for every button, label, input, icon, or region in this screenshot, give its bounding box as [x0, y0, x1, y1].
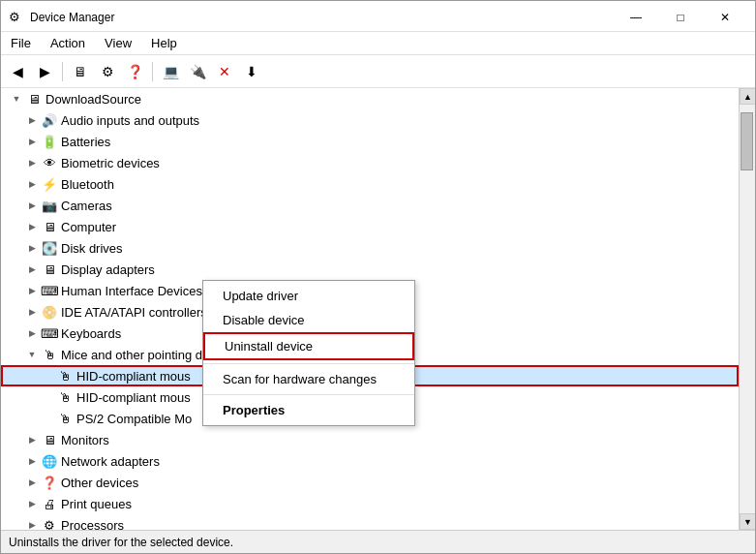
toolbar-remove[interactable]: ✕ [212, 59, 237, 84]
ctx-sep1 [203, 363, 414, 364]
hid1-icon: 🖱 [57, 368, 73, 384]
other-icon: ❓ [42, 475, 57, 490]
expand-batteries[interactable]: ▶ [24, 134, 40, 149]
cameras-label: Cameras [61, 199, 112, 213]
scroll-thumb[interactable] [741, 112, 753, 170]
scroll-up-button[interactable]: ▲ [740, 88, 755, 105]
title-bar: ⚙ Device Manager — □ ✕ [1, 1, 755, 32]
minimize-button[interactable]: — [614, 5, 658, 30]
diskdrives-icon: 💽 [42, 240, 57, 256]
ctx-scan-hardware[interactable]: Scan for hardware changes [203, 367, 414, 391]
ctx-update-driver[interactable]: Update driver [203, 284, 414, 308]
ctx-uninstall-device[interactable]: Uninstall device [203, 332, 414, 360]
tree-item-diskdrives[interactable]: ▶ 💽 Disk drives [1, 237, 739, 259]
expand-network[interactable]: ▶ [24, 453, 40, 469]
tree-item-proc[interactable]: ▶ ⚙ Processors [1, 514, 739, 530]
ps2-label: PS/2 Compatible Mo [76, 412, 192, 426]
expand-ps2 [40, 411, 55, 426]
tree-item-other[interactable]: ▶ ❓ Other devices [1, 472, 739, 493]
expand-other[interactable]: ▶ [24, 475, 40, 490]
ide-icon: 📀 [42, 304, 57, 320]
tree-item-computer[interactable]: ▶ 🖥 Computer [1, 216, 739, 237]
audio-label: Audio inputs and outputs [61, 113, 199, 128]
toolbar-forward[interactable]: ▶ [32, 59, 57, 84]
menu-file[interactable]: File [1, 34, 41, 52]
diskdrives-label: Disk drives [61, 241, 123, 256]
expand-hid[interactable]: ▶ [24, 283, 40, 298]
status-bar: Uninstalls the driver for the selected d… [1, 530, 755, 553]
app-icon: ⚙ [9, 10, 24, 25]
toolbar-update[interactable]: ⬇ [239, 59, 264, 84]
expand-computer[interactable]: ▶ [24, 219, 40, 234]
toolbar-back[interactable]: ◀ [5, 59, 30, 84]
root-label: DownloadSource [45, 92, 141, 107]
expand-audio[interactable]: ▶ [24, 112, 40, 128]
expand-hid1 [40, 368, 55, 384]
expand-root[interactable]: ▼ [9, 91, 24, 107]
scroll-track[interactable] [740, 105, 755, 513]
tree-item-print[interactable]: ▶ 🖨 Print queues [1, 493, 739, 514]
expand-biometric[interactable]: ▶ [24, 155, 40, 170]
expand-bluetooth[interactable]: ▶ [24, 176, 40, 192]
other-label: Other devices [61, 476, 138, 490]
print-icon: 🖨 [42, 496, 57, 511]
tree-root[interactable]: ▼ 🖥 DownloadSource [1, 88, 739, 109]
network-icon: 🌐 [42, 453, 57, 469]
hid-icon: ⌨ [42, 283, 57, 298]
expand-keyboards[interactable]: ▶ [24, 325, 40, 341]
scrollbar-vertical[interactable]: ▲ ▼ [739, 88, 755, 530]
maximize-button[interactable]: □ [658, 5, 703, 30]
toolbar-plugin[interactable]: 🔌 [185, 59, 210, 84]
menu-bar: File Action View Help [1, 32, 755, 55]
expand-hid2 [40, 389, 55, 405]
mice-icon: 🖱 [42, 347, 57, 362]
toolbar-help[interactable]: ❓ [122, 59, 147, 84]
tree-item-bluetooth[interactable]: ▶ ⚡ Bluetooth [1, 173, 739, 195]
content-area: ▼ 🖥 DownloadSource ▶ 🔊 Audio inputs and … [1, 88, 755, 530]
tree-item-audio[interactable]: ▶ 🔊 Audio inputs and outputs [1, 109, 739, 131]
expand-display[interactable]: ▶ [24, 262, 40, 277]
expand-mice[interactable]: ▼ [24, 347, 40, 362]
computer-icon: 🖥 [42, 219, 57, 234]
keyboards-icon: ⌨ [42, 325, 57, 341]
proc-icon: ⚙ [42, 517, 57, 530]
toolbar-sep2 [152, 62, 153, 81]
context-menu: Update driver Disable device Uninstall d… [202, 280, 415, 426]
menu-action[interactable]: Action [41, 34, 95, 52]
expand-proc[interactable]: ▶ [24, 517, 40, 530]
print-label: Print queues [61, 497, 132, 511]
expand-monitors[interactable]: ▶ [24, 432, 40, 447]
tree-item-batteries[interactable]: ▶ 🔋 Batteries [1, 131, 739, 152]
expand-ide[interactable]: ▶ [24, 304, 40, 320]
menu-help[interactable]: Help [141, 34, 187, 52]
expand-cameras[interactable]: ▶ [24, 198, 40, 213]
ps2-icon: 🖱 [57, 411, 73, 426]
tree-item-network[interactable]: ▶ 🌐 Network adapters [1, 450, 739, 472]
close-button[interactable]: ✕ [703, 5, 747, 30]
display-label: Display adapters [61, 262, 155, 277]
expand-print[interactable]: ▶ [24, 496, 40, 511]
tree-panel[interactable]: ▼ 🖥 DownloadSource ▶ 🔊 Audio inputs and … [1, 88, 739, 530]
scroll-down-button[interactable]: ▼ [740, 513, 755, 530]
hid1-label: HID-compliant mous [76, 369, 191, 384]
hid2-label: HID-compliant mous [76, 390, 191, 405]
ide-label: IDE ATA/ATAPI controllers [61, 305, 207, 320]
network-label: Network adapters [61, 454, 160, 469]
toolbar-gear[interactable]: ⚙ [95, 59, 120, 84]
proc-label: Processors [61, 518, 124, 531]
toolbar-computer[interactable]: 🖥 [68, 59, 93, 84]
expand-diskdrives[interactable]: ▶ [24, 240, 40, 256]
ctx-properties[interactable]: Properties [203, 398, 414, 422]
hid2-icon: 🖱 [57, 389, 73, 405]
tree-panel-inner: ▼ 🖥 DownloadSource ▶ 🔊 Audio inputs and … [1, 88, 739, 530]
tree-item-biometric[interactable]: ▶ 👁 Biometric devices [1, 152, 739, 173]
ctx-disable-device[interactable]: Disable device [203, 308, 414, 332]
biometric-icon: 👁 [42, 155, 57, 170]
tree-item-monitors[interactable]: ▶ 🖥 Monitors [1, 429, 739, 450]
tree-item-display[interactable]: ▶ 🖥 Display adapters [1, 259, 739, 280]
toolbar-monitor[interactable]: 💻 [158, 59, 183, 84]
menu-view[interactable]: View [95, 34, 141, 52]
title-bar-controls: — □ ✕ [614, 5, 747, 30]
tree-item-cameras[interactable]: ▶ 📷 Cameras [1, 195, 739, 216]
batteries-label: Batteries [61, 135, 110, 149]
